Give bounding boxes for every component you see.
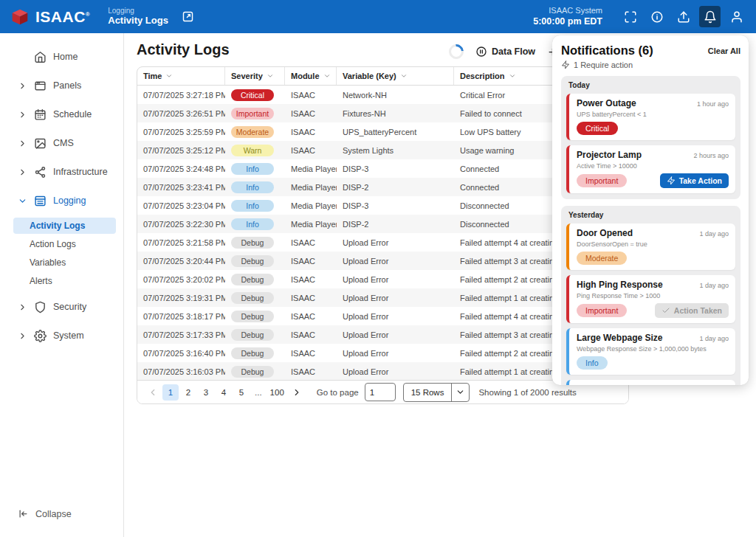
take-action-button[interactable]: Take Action [660, 173, 729, 188]
isaac-cube-icon [10, 7, 30, 27]
info-icon [650, 10, 664, 24]
time-cell: 07/07/2025 3:20:02 PM [137, 275, 225, 284]
column-header-variable-key[interactable]: Variable (Key) [337, 67, 454, 85]
chevron-down-icon [456, 387, 465, 397]
header-action-bell[interactable] [699, 6, 721, 27]
zap-icon [667, 176, 676, 185]
notification-card-high-ping-response[interactable]: High Ping Response1 day agoPing Response… [566, 275, 735, 323]
sidebar-item-label: System [53, 330, 84, 341]
chevron-down-icon [323, 72, 331, 80]
column-label: Description [460, 72, 505, 80]
header-action-info[interactable] [646, 6, 667, 27]
sidebar-item-system[interactable]: System [0, 328, 123, 343]
severity-cell: Debug [225, 237, 285, 249]
go-to-page-input[interactable] [365, 383, 396, 401]
notification-title: High Webpage Response Time [577, 384, 701, 385]
page-button-3[interactable]: 3 [198, 384, 214, 401]
module-cell: Media Player [285, 164, 337, 173]
brand-mark: ® [86, 11, 90, 18]
notification-card-high-webpage-response-time[interactable]: High Webpage Response Time1 day agoWebpa… [566, 380, 735, 385]
sidebar-collapse-button[interactable]: Collapse [18, 508, 72, 519]
severity-cell: Debug [225, 311, 285, 322]
column-header-time[interactable]: Time [137, 67, 225, 85]
time-cell: 07/07/2025 3:18:17 PM [137, 312, 225, 321]
sidebar-item-panels[interactable]: Panels [0, 78, 123, 93]
top-header: ISAAC® Logging Activity Logs ISAAC Syste… [0, 0, 756, 33]
sidebar-sublist: Activity LogsAction LogsVariablesAlerts [0, 218, 123, 289]
system-clock: ISAAC System 5:00:00 pm EDT [533, 6, 602, 27]
header-action-fullscreen[interactable] [619, 6, 641, 27]
loading-spinner-icon [446, 41, 467, 62]
module-cell: ISAAC [285, 91, 337, 100]
sidebar-item-home[interactable]: Home [0, 49, 123, 64]
collapse-icon [18, 508, 29, 519]
notification-card-projector-lamp[interactable]: Projector Lamp2 hours agoActive Time > 1… [566, 145, 735, 193]
require-action-line: 1 Require action [561, 60, 740, 69]
variable-cell: Upload Error [337, 238, 454, 247]
page-button-1[interactable]: 1 [162, 384, 179, 401]
sidebar-item-label: Schedule [53, 109, 92, 119]
sidebar-item-security[interactable]: Security [0, 299, 123, 314]
notification-card-large-webpage-size[interactable]: Large Webpage Size1 day agoWebpage Respo… [566, 328, 735, 375]
severity-badge: Debug [231, 255, 274, 267]
severity-badge: Debug [231, 274, 274, 285]
sidebar-subitem-alerts[interactable]: Alerts [13, 273, 116, 289]
severity-badge: Debug [231, 347, 274, 359]
variable-cell: Upload Error [337, 257, 454, 266]
time-cell: 07/07/2025 3:26:51 PM [137, 109, 225, 118]
action-label: Take Action [679, 176, 722, 185]
open-in-new-window-button[interactable] [179, 7, 198, 27]
next-page-button[interactable] [289, 384, 305, 401]
notification-card-power-outage[interactable]: Power Outage1 hour agoUPS batteryPercent… [566, 94, 735, 140]
data-flow-label: Data Flow [492, 46, 535, 57]
pause-circle-icon [475, 46, 487, 58]
notification-card-door-opened[interactable]: Door Opened1 day agoDoorSensorOpen = tru… [566, 224, 735, 270]
header-action-upload[interactable] [673, 6, 694, 27]
page-button-4[interactable]: 4 [216, 384, 232, 401]
clear-all-button[interactable]: Clear All [708, 46, 740, 55]
sidebar-item-infrastructure[interactable]: Infrastructure [0, 164, 123, 179]
sidebar-item-label: CMS [53, 138, 74, 148]
module-cell: ISAAC [285, 128, 337, 136]
severity-cell: Info [225, 181, 285, 193]
results-summary: Showing 1 of 2000 results [478, 388, 576, 397]
cms-icon [34, 137, 47, 150]
header-action-user[interactable] [726, 6, 747, 27]
severity-cell: Info [225, 200, 285, 212]
sidebar-item-logging[interactable]: Logging [0, 193, 123, 208]
sidebar-subitem-action-logs[interactable]: Action Logs [13, 236, 116, 252]
severity-badge: Debug [231, 329, 274, 341]
brand-logo: ISAAC® [10, 7, 90, 27]
column-label: Time [143, 72, 162, 80]
severity-cell: Info [225, 218, 285, 230]
severity-cell: Debug [225, 347, 285, 359]
action-taken-button[interactable]: Action Taken [655, 303, 729, 318]
column-label: Variable (Key) [343, 72, 396, 80]
variable-cell: UPS_batteryPercent [337, 128, 454, 136]
page-button-2[interactable]: 2 [180, 384, 196, 401]
variable-cell: DISP-2 [337, 183, 454, 192]
group-label: Yesterday [568, 211, 735, 219]
rows-per-page-select[interactable]: 15 Rows [403, 383, 470, 402]
sidebar-subitem-variables[interactable]: Variables [13, 254, 116, 271]
page-button-100[interactable]: 100 [267, 384, 287, 401]
chevron-right-icon [18, 81, 27, 91]
sidebar-item-schedule[interactable]: Schedule [0, 107, 123, 122]
bell-icon [704, 10, 717, 24]
data-flow-toggle-button[interactable]: Data Flow [475, 46, 535, 58]
severity-cell: Moderate [225, 126, 285, 138]
notification-title: Projector Lamp [577, 150, 642, 160]
severity-badge: Important [231, 108, 274, 119]
page-button-5[interactable]: 5 [233, 384, 250, 401]
previous-page-button[interactable] [145, 384, 161, 401]
column-header-module[interactable]: Module [285, 67, 337, 85]
sidebar: HomePanelsScheduleCMSInfrastructureLoggi… [0, 33, 124, 537]
severity-cell: Debug [225, 329, 285, 341]
sidebar-subitem-activity-logs[interactable]: Activity Logs [13, 218, 116, 234]
column-header-severity[interactable]: Severity [225, 67, 285, 85]
module-cell: Media Player [285, 183, 337, 192]
time-cell: 07/07/2025 3:24:48 PM [137, 164, 225, 173]
chevron-right-icon [18, 167, 27, 177]
time-cell: 07/07/2025 3:25:59 PM [137, 128, 225, 136]
sidebar-item-cms[interactable]: CMS [0, 136, 123, 150]
